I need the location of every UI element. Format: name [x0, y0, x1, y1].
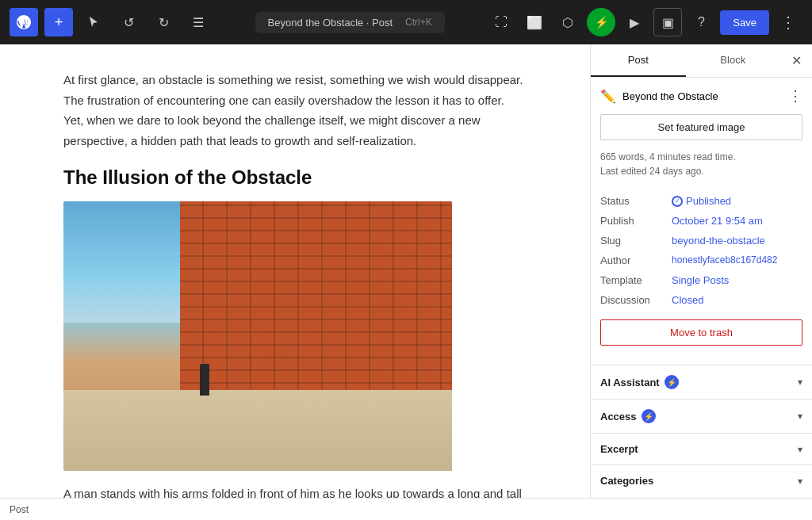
image-caption: A man stands with his arms folded in fro…: [63, 484, 527, 498]
excerpt-title: Excerpt: [600, 443, 638, 455]
menu-button[interactable]: ☰: [184, 8, 213, 36]
access-chevron-icon: ▾: [798, 411, 802, 422]
toolbar-title: Beyond the Obstacle · Post Ctrl+K: [219, 12, 481, 33]
cursor-icon: [87, 16, 100, 29]
editor-area[interactable]: At first glance, an obstacle is somethin…: [0, 44, 590, 498]
add-block-button[interactable]: +: [44, 8, 73, 36]
post-details-table: Status Published Publish October 21 9:54…: [600, 191, 802, 310]
play-button[interactable]: ▶: [620, 8, 649, 36]
status-check-icon: [672, 196, 683, 207]
slug-label: Slug: [600, 231, 672, 250]
preview-button[interactable]: ⬡: [553, 8, 582, 36]
editor-heading: The Illusion of the Obstacle: [63, 166, 527, 189]
more-options-button[interactable]: ⋮: [774, 8, 802, 36]
post-title-text: Beyond the Obstacle · Post: [268, 17, 393, 29]
access-header[interactable]: Access ⚡ ▾: [591, 409, 812, 423]
post-menu-button[interactable]: ⋮: [788, 87, 802, 105]
help-button[interactable]: ?: [687, 8, 715, 36]
categories-chevron-icon: ▾: [798, 476, 802, 487]
status-bar-text: Post: [10, 504, 29, 515]
tab-post[interactable]: Post: [591, 44, 686, 77]
toolbar: + ↺ ↻ ☰ Beyond the Obstacle · Post Ctrl+…: [0, 0, 812, 44]
post-pen-icon: ✏️: [600, 89, 616, 104]
zoom-button[interactable]: ⛶: [487, 8, 515, 36]
author-label: Author: [600, 250, 672, 270]
title-shortcut: Ctrl+K: [405, 17, 432, 28]
status-row: Status Published: [600, 191, 802, 211]
ground: [63, 390, 452, 471]
redo-button[interactable]: ↻: [149, 8, 178, 36]
ai-assistant-header[interactable]: AI Assistant ⚡ ▾: [591, 375, 812, 389]
status-label: Status: [600, 191, 672, 211]
sidebar-post-content: ✏️ Beyond the Obstacle ⋮ Set featured im…: [591, 78, 812, 365]
publish-label: Publish: [600, 211, 672, 231]
sidebar-close-button[interactable]: ✕: [780, 44, 812, 77]
categories-section: Categories ▾: [591, 465, 812, 496]
status-value[interactable]: Published: [672, 191, 802, 211]
ai-chevron-icon: ▾: [798, 377, 802, 388]
status-bar: Post: [0, 498, 812, 520]
title-pill[interactable]: Beyond the Obstacle · Post Ctrl+K: [255, 12, 445, 33]
last-edited: Last edited 24 days ago.: [600, 164, 802, 178]
slug-row: Slug beyond-the-obstacle: [600, 231, 802, 250]
status-text: Published: [686, 195, 731, 207]
featured-image-button[interactable]: Set featured image: [600, 114, 802, 140]
editor-image: [63, 201, 452, 471]
sidebar-tabs: Post Block ✕: [591, 44, 812, 78]
publish-status-button[interactable]: ⚡: [587, 8, 615, 36]
template-row: Template Single Posts: [600, 270, 802, 290]
post-title-row: ✏️ Beyond the Obstacle ⋮: [600, 87, 802, 105]
ai-badge-icon: ⚡: [665, 375, 679, 389]
trash-button[interactable]: Move to trash: [600, 319, 802, 346]
word-count: 665 words, 4 minutes read time.: [600, 150, 802, 164]
excerpt-chevron-icon: ▾: [798, 444, 802, 455]
categories-title: Categories: [600, 475, 653, 487]
select-tool-button[interactable]: [79, 8, 108, 36]
view-toggle-button[interactable]: ▣: [653, 8, 682, 36]
post-title-label: Beyond the Obstacle: [622, 90, 782, 102]
author-value[interactable]: honestlyfaceb8c167d482: [672, 250, 802, 270]
ai-assistant-title: AI Assistant ⚡: [600, 375, 679, 389]
tab-block[interactable]: Block: [686, 44, 781, 77]
publish-row: Publish October 21 9:54 am: [600, 211, 802, 231]
categories-header[interactable]: Categories ▾: [591, 475, 812, 487]
published-status: Published: [672, 195, 802, 207]
template-label: Template: [600, 270, 672, 290]
wp-logo[interactable]: [10, 8, 38, 36]
ai-assistant-section: AI Assistant ⚡ ▾: [591, 365, 812, 399]
main-area: At first glance, an obstacle is somethin…: [0, 44, 812, 498]
access-badge-icon: ⚡: [642, 409, 656, 423]
access-section: Access ⚡ ▾: [591, 399, 812, 433]
undo-button[interactable]: ↺: [114, 8, 143, 36]
tablet-view-button[interactable]: ⬜: [520, 8, 549, 36]
discussion-row: Discussion Closed: [600, 290, 802, 310]
meta-info: 665 words, 4 minutes read time. Last edi…: [600, 150, 802, 178]
wp-logo-icon: [16, 14, 32, 30]
toolbar-right: ⛶ ⬜ ⬡ ⚡ ▶ ▣ ? Save ⋮: [487, 8, 802, 36]
save-button[interactable]: Save: [720, 10, 769, 35]
access-title: Access ⚡: [600, 409, 656, 423]
discussion-label: Discussion: [600, 290, 672, 310]
publish-value[interactable]: October 21 9:54 am: [672, 211, 802, 231]
excerpt-header[interactable]: Excerpt ▾: [591, 443, 812, 455]
paragraph-1: At first glance, an obstacle is somethin…: [63, 70, 527, 151]
author-row: Author honestlyfaceb8c167d482: [600, 250, 802, 270]
slug-value[interactable]: beyond-the-obstacle: [672, 231, 802, 250]
discussion-value[interactable]: Closed: [672, 290, 802, 310]
template-value[interactable]: Single Posts: [672, 270, 802, 290]
person-figure: [200, 364, 209, 396]
sidebar: Post Block ✕ ✏️ Beyond the Obstacle ⋮ Se…: [590, 44, 812, 498]
excerpt-section: Excerpt ▾: [591, 433, 812, 465]
